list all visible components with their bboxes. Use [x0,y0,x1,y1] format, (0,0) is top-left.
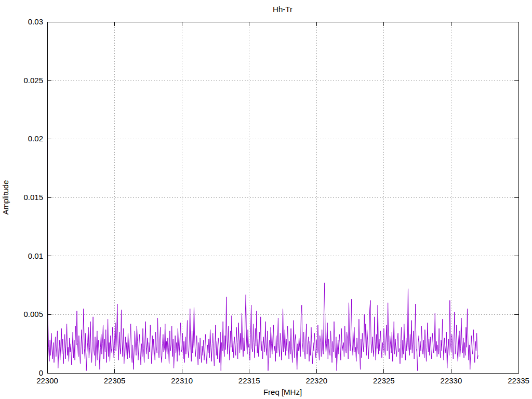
x-tick-label: 22305 [104,376,126,385]
x-tick-label: 22325 [373,376,395,385]
chart-title: Hh-Tr [273,5,292,14]
x-tick-label: 22315 [238,376,260,385]
x-tick-label: 22335 [508,376,529,385]
y-tick-label: 0.025 [23,76,43,85]
chart-canvas: 2230022305223102231522320223252233022335… [0,0,532,399]
y-tick-label: 0 [39,368,43,377]
y-axis-label: Amplitude [1,180,10,215]
x-tick-label: 22300 [36,376,58,385]
x-axis-label: Freq [MHz] [263,388,302,396]
x-tick-label: 22310 [171,376,193,385]
gnuplot-chart: 2230022305223102231522320223252233022335… [0,0,532,399]
y-tick-label: 0.005 [23,310,43,318]
y-tick-label: 0.01 [28,251,43,260]
x-tick-label: 22330 [441,376,462,385]
y-tick-label: 0.03 [28,17,43,26]
y-tick-label: 0.02 [28,134,43,143]
x-tick-label: 22320 [305,376,327,385]
y-tick-label: 0.015 [23,193,43,202]
